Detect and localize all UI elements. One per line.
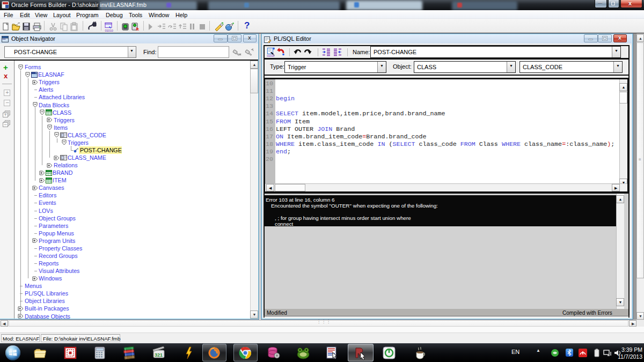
svg-text:01010: 01010 — [105, 29, 113, 32]
svg-text:–: – — [4, 122, 7, 127]
svg-text:01010: 01010 — [267, 54, 275, 57]
svg-text:+: + — [4, 112, 7, 117]
svg-text:321: 321 — [155, 352, 163, 358]
